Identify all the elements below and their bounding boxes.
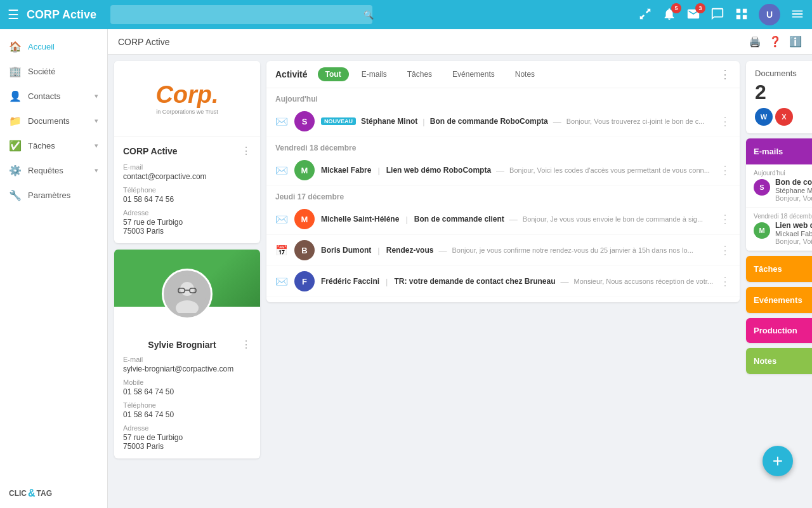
avatar-michelle: M [294,209,315,229]
activity-title: Activité [275,69,308,79]
production-section: Production ↗ [746,318,812,343]
sidebar-item-requetes[interactable]: ⚙️ Requêtes ▾ [0,158,107,183]
taches-section-header: Tâches ＋ ↗ ▼ [746,256,812,282]
avatar-boris: B [294,240,315,260]
notes-section-title: Notes [754,356,812,366]
production-section-header: Production ↗ [746,318,812,343]
contact-avatar [162,269,213,319]
ep-date2: Vendredi 18 décembre [754,213,812,220]
sidebar-item-accueil[interactable]: 🏠 Accueil [0,34,107,59]
company-menu-icon[interactable]: ⋮ [241,145,251,157]
ep-subject1: Bon de commande RoboCompta [775,178,812,187]
item-menu-icon3[interactable]: ⋮ [719,212,731,226]
email-preview3: Bonjour, Je vous vous envoie le bon de c… [523,215,703,223]
evenements-section-header: Evénements ＋ ↗ ▼ [746,287,812,313]
search-icon[interactable]: 🔍 [363,10,374,20]
sidebar-label-societe: Société [28,67,98,76]
sidebar-item-documents[interactable]: 📁 Documents ▾ [0,109,107,133]
email-preview-item2[interactable]: Vendredi 18 décembre M Lien web démo Rob… [746,208,812,251]
sidebar-label-documents: Documents [28,116,88,126]
sender-name: Stéphane Minot [361,117,417,126]
activity-item4[interactable]: 📅 B Boris Dumont | Rendez-vous — Bonjour… [266,235,740,266]
top-navigation: ☰ CORP Active 🔍 5 3 U [0,0,812,29]
activity-item5[interactable]: ✉️ F Frédéric Faccini | TR: votre demand… [266,266,740,297]
contact-phone-value: 01 58 64 74 50 [123,410,251,419]
item-menu-icon2[interactable]: ⋮ [719,163,731,177]
search-input[interactable] [110,5,372,24]
item-menu-icon[interactable]: ⋮ [719,114,731,128]
activity-item[interactable]: ✉️ M Mickael Fabre | Lien web démo RoboC… [266,155,740,186]
activity-item-content3: Michelle Saint-Héléne | Bon de commande … [321,215,713,224]
left-panel: Corp. in Corporations we Trust CORP Acti… [114,61,260,502]
notes-section-header: Notes ＋ ↗ ▼ [746,348,812,374]
tab-evenements[interactable]: Evénements [445,67,502,81]
activity-item[interactable]: ✉️ S NOUVEAU Stéphane Minot | Bon de com… [266,106,740,137]
hamburger-menu-icon[interactable]: ☰ [8,7,19,22]
company-name: CORP Active [123,146,178,156]
grid-icon[interactable] [735,7,749,23]
info-icon[interactable]: ℹ️ [789,36,802,48]
email-icon[interactable]: 3 [686,7,700,23]
ep-content2: Lien web démo RoboCompta Mickael Fabre B… [775,221,812,245]
user-avatar[interactable]: U [759,4,780,25]
contact-address-line1: 57 rue de Turbigo [123,433,251,442]
expand-icon[interactable] [638,7,652,23]
sidebar-item-taches[interactable]: ✅ Tâches ▾ [0,133,107,158]
new-badge: NOUVEAU [321,117,356,125]
help-icon[interactable]: ❓ [769,36,782,48]
date-label-thu17: Jeudi 17 décembre [266,186,740,204]
notifications-icon[interactable]: 5 [662,7,676,23]
corp-logo-text: Corp. [155,83,218,107]
tab-tout[interactable]: Tout [318,67,349,81]
sender-name3: Michelle Saint-Héléne [321,215,399,224]
taches-section-title: Tâches [754,264,812,274]
sender-name4: Boris Dumont [321,246,371,255]
ep-subject2: Lien web démo RoboCompta [775,221,812,230]
contact-address-line2: 75003 Paris [123,442,251,451]
company-email-label: E-mail [123,163,251,171]
emails-section-body: Aujourd'hui S Bon de commande RoboCompta… [746,164,812,251]
clictag-text2: TAG [37,489,52,498]
sidebar-item-contacts[interactable]: 👤 Contacts ▾ [0,84,107,109]
notifications-badge: 5 [671,3,681,13]
clictag-ampersand: & [28,488,36,499]
email-item-icon3: ✉️ [275,213,288,225]
company-title-row: CORP Active ⋮ [123,145,251,157]
activity-item3[interactable]: ✉️ M Michelle Saint-Héléne | Bon de comm… [266,204,740,235]
contact-card-body: Sylvie Brogniart ⋮ E-mail sylvie-brognia… [114,307,260,458]
ep-avatar2: M [754,222,770,239]
parametres-icon: 🔧 [9,189,22,201]
contact-email-value: sylvie-brogniart@corpactive.com [123,364,251,373]
emails-section: E-mails ＋ ↗ ▲ Aujourd'hui S [746,138,812,251]
tab-taches[interactable]: Tâches [400,67,440,81]
taches-section: Tâches ＋ ↗ ▼ [746,256,812,282]
item-menu-icon4[interactable]: ⋮ [719,243,731,257]
documents-widget-title: Documents [755,69,812,78]
print-icon[interactable]: 🖨️ [749,36,761,48]
chat-icon[interactable] [710,7,724,23]
doc-avatar-x: X [775,108,793,126]
sidebar-label-parametres: Paramètres [28,190,98,200]
nav-menu-icon[interactable] [790,7,804,23]
sidebar-label-contacts: Contacts [28,91,88,101]
contact-name: Sylvie Brogniart [123,340,241,350]
email-badge: 3 [695,3,705,13]
sender-name2: Mickael Fabre [321,166,371,175]
tab-emails[interactable]: E-mails [354,67,395,81]
sidebar-item-societe[interactable]: 🏢 Société [0,59,107,84]
tab-notes[interactable]: Notes [508,67,542,81]
activity-header: Activité Tout E-mails Tâches Evénements … [266,61,740,88]
documents-arrow-icon: ▾ [95,117,98,125]
activity-menu-icon[interactable]: ⋮ [719,67,731,81]
home-icon: 🏠 [9,41,22,53]
activity-item-content2: Mickael Fabre | Lien web démo RoboCompta… [321,166,713,175]
email-item-icon: ✉️ [275,116,288,128]
nav-icons: 5 3 U [638,4,804,25]
fab-button[interactable]: + [763,446,793,476]
requetes-icon: ⚙️ [9,164,22,177]
email-preview-item1[interactable]: Aujourd'hui S Bon de commande RoboCompta… [746,164,812,208]
sidebar-item-parametres[interactable]: 🔧 Paramètres [0,183,107,208]
contact-menu-icon[interactable]: ⋮ [241,338,251,351]
calendar-item-icon: 📅 [275,244,288,257]
item-menu-icon5[interactable]: ⋮ [719,274,731,288]
